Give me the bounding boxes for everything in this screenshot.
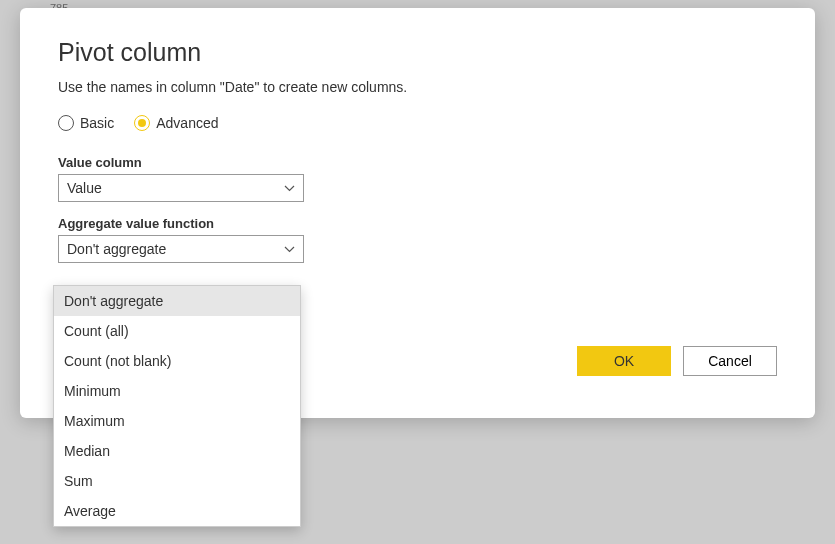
radio-advanced-label: Advanced — [156, 115, 218, 131]
value-column-label: Value column — [58, 155, 777, 170]
cancel-button[interactable]: Cancel — [683, 346, 777, 376]
dropdown-item[interactable]: Sum — [54, 466, 300, 496]
dropdown-item[interactable]: Count (not blank) — [54, 346, 300, 376]
ok-button[interactable]: OK — [577, 346, 671, 376]
dialog-buttons: OK Cancel — [577, 346, 777, 376]
chevron-down-icon — [284, 242, 295, 256]
dropdown-item[interactable]: Minimum — [54, 376, 300, 406]
chevron-down-icon — [284, 181, 295, 195]
dropdown-item[interactable]: Don't aggregate — [54, 286, 300, 316]
dropdown-item[interactable]: Maximum — [54, 406, 300, 436]
dropdown-item[interactable]: Count (all) — [54, 316, 300, 346]
dialog-title: Pivot column — [58, 38, 777, 67]
dropdown-item[interactable]: Average — [54, 496, 300, 526]
radio-dot-icon — [138, 119, 146, 127]
value-column-field: Value column Value — [58, 155, 777, 202]
radio-icon-selected — [134, 115, 150, 131]
aggregate-field: Aggregate value function Don't aggregate — [58, 216, 777, 263]
aggregate-select[interactable]: Don't aggregate — [58, 235, 304, 263]
dialog-subtitle: Use the names in column "Date" to create… — [58, 79, 777, 95]
radio-advanced[interactable]: Advanced — [134, 115, 218, 131]
aggregate-selected: Don't aggregate — [67, 241, 166, 257]
value-column-selected: Value — [67, 180, 102, 196]
value-column-select[interactable]: Value — [58, 174, 304, 202]
mode-radio-group: Basic Advanced — [58, 115, 777, 131]
radio-icon-unselected — [58, 115, 74, 131]
aggregate-label: Aggregate value function — [58, 216, 777, 231]
aggregate-dropdown: Don't aggregateCount (all)Count (not bla… — [53, 285, 301, 527]
radio-basic[interactable]: Basic — [58, 115, 114, 131]
radio-basic-label: Basic — [80, 115, 114, 131]
dropdown-item[interactable]: Median — [54, 436, 300, 466]
